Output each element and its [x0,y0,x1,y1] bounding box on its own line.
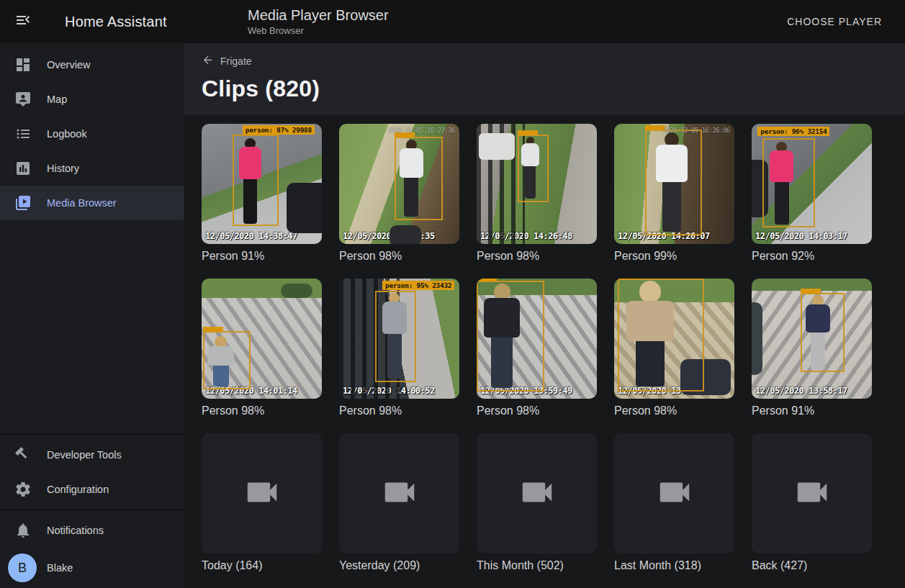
clip-card[interactable]: person: 97% 29988 12/05/2020 14:38:47 Pe… [202,124,322,263]
sidebar-item-notifications[interactable]: Notifications [0,513,184,548]
app-title: Home Assistant [65,14,167,30]
sidebar-item-logbook[interactable]: Logbook [0,117,184,151]
sidebar: Overview Map Logbook History [0,43,184,588]
folder-card-last-month[interactable]: Last Month (318) [614,433,734,572]
video-camera-icon [518,473,557,515]
sidebar-toggle-button[interactable] [6,4,40,39]
folder-card-today[interactable]: Today (164) [202,433,322,572]
clip-thumbnail: 12/05/2020 13:58:30 [614,279,734,399]
clip-caption: Person 92% [752,250,872,263]
bell-icon [14,522,32,539]
clip-thumbnail: person: 96% 32154 12/05/2020 14:03:17 [752,124,872,244]
clip-timestamp: 12/05/2020 13:58:17 [755,386,847,396]
menu-open-icon [14,12,32,32]
folder-label: Yesterday (209) [339,559,459,572]
sidebar-item-media-browser[interactable]: Media Browser [0,186,184,220]
clip-card[interactable]: 12/05/2020 14:26:48 Person 98% [477,124,597,263]
clip-caption: Person 98% [339,404,459,417]
clip-caption: Person 98% [477,250,597,263]
clip-caption: Person 98% [339,250,459,263]
folder-card-back[interactable]: Back (427) [752,433,872,572]
top-app-bar: Home Assistant Media Player Browser Web … [0,0,905,43]
clip-card[interactable]: 2020-12-05 16:26:06 12/05/2020 14:26:07 … [614,124,734,263]
detection-bbox [801,293,844,372]
clip-card[interactable]: person: 95% 23432 12/05/2020 14:00:52 Pe… [339,279,459,417]
avatar: B [8,553,37,582]
detection-bbox [233,135,278,226]
detection-bbox [762,138,815,227]
play-box-multiple-icon [14,194,32,212]
detection-bbox [477,281,544,392]
detection-bbox [203,331,251,389]
sidebar-item-configuration[interactable]: Configuration [0,472,184,507]
clip-thumbnail: person: 97% 29988 12/05/2020 14:38:47 [202,124,322,244]
clip-caption: Person 91% [202,250,322,263]
clip-caption: Person 98% [614,404,734,417]
clip-card[interactable]: 12/05/2020 14:01:14 Person 98% [202,279,322,417]
sidebar-item-developer-tools[interactable]: Developer Tools [0,438,184,472]
sidebar-item-user-profile[interactable]: B Blake [0,548,184,588]
hammer-icon [14,446,32,463]
clip-card[interactable]: person: 96% 32154 12/05/2020 14:03:17 Pe… [752,124,872,263]
folder-label: Back (427) [752,559,872,572]
clip-thumbnail: person: 95% 23432 12/05/2020 14:00:52 [339,279,459,399]
sidebar-item-map[interactable]: Map [0,82,184,117]
sidebar-divider [0,510,184,510]
clip-timestamp: 12/05/2020 14:03:17 [755,231,847,241]
detection-bbox [645,130,701,235]
main-content: Frigate Clips (820) person: 97% 29988 12… [184,43,905,588]
folder-tile [614,433,734,553]
camera-osd-timestamp: 2020-12-05 16:26:06 [663,127,730,134]
folder-tile [202,433,322,553]
video-camera-icon [380,473,419,515]
detection-label: person: 95% 23432 [382,281,454,290]
railing-shape [752,302,762,374]
clip-card[interactable]: 12/05/2020 13:58:17 Person 91% [752,279,872,417]
folder-tile [339,433,459,553]
sidebar-item-overview[interactable]: Overview [0,48,184,82]
clip-thumbnail: 12/05/2020 14:01:14 [202,279,322,399]
chart-box-icon [14,160,32,177]
clip-timestamp: 12/05/2020 14:38:47 [205,231,297,241]
media-subtitle: Web Browser [248,25,389,36]
media-browser-header: Media Player Browser Web Browser [248,7,389,36]
step-shape [390,225,420,244]
content-header: Frigate Clips (820) [184,43,905,115]
folder-card-this-month[interactable]: This Month (502) [477,433,597,572]
map-account-icon [14,91,32,108]
detection-bbox [618,279,704,392]
clip-card[interactable]: 12/05/2020 13:58:30 Person 98% [614,279,734,417]
clip-thumbnail: 12/05/2020 14:26:48 [477,124,597,244]
clip-thumbnail: 12/05/2020 13:59:49 [477,279,597,399]
folder-tile [477,433,597,553]
choose-player-button[interactable]: CHOOSE PLAYER [781,10,888,33]
video-camera-icon [793,473,832,515]
detection-label: person: 97% 29988 [243,125,315,135]
folder-tile [752,433,872,553]
camera-osd-timestamp: 2020-12-05 16:27:36 [388,127,455,134]
clip-thumbnail: 2020-12-05 16:27:36 12/05/2020 14:27:35 [339,124,459,244]
clip-card[interactable]: 12/05/2020 13:59:49 Person 98% [477,279,597,417]
clip-caption: Person 98% [202,404,322,417]
gear-icon [14,481,32,498]
mower-shape [281,284,312,298]
breadcrumb-back-frigate[interactable]: Frigate [202,54,252,68]
clip-thumbnail: 12/05/2020 13:58:17 [752,279,872,399]
video-camera-icon [243,473,282,515]
folder-label: This Month (502) [477,559,597,572]
sidebar-item-history[interactable]: History [0,151,184,186]
clip-timestamp: 12/05/2020 14:26:48 [480,231,572,241]
list-bulleted-icon [14,125,32,143]
sidebar-spacer [0,220,184,431]
video-camera-icon [655,473,694,515]
folder-card-yesterday[interactable]: Yesterday (209) [339,433,459,572]
media-grid: person: 97% 29988 12/05/2020 14:38:47 Pe… [184,115,905,588]
car-shape [479,133,515,160]
detection-label: person: 96% 32154 [757,127,829,136]
sidebar-divider [0,434,184,435]
clip-card[interactable]: 2020-12-05 16:27:36 12/05/2020 14:27:35 … [339,124,459,263]
arrow-left-icon [202,54,214,68]
media-title: Media Player Browser [248,7,389,24]
clip-thumbnail: 2020-12-05 16:26:06 12/05/2020 14:26:07 [614,124,734,244]
stroller-shape [287,183,322,233]
